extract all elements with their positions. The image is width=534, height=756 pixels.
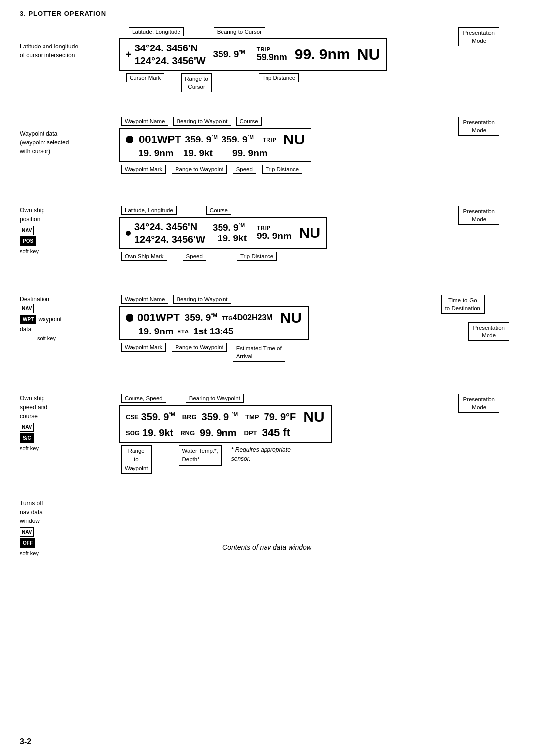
cse-label-5: CSE	[126, 413, 139, 421]
bearing-val-4: 359. 9°M	[185, 312, 217, 323]
coord-line1-1: 34°24. 3456'N	[135, 42, 206, 54]
nu-label-2: NU	[283, 131, 305, 148]
cse-val-5: 359. 9°M	[141, 411, 175, 423]
left-label-1: Latitude and longitudeof cursor intersec…	[20, 42, 116, 60]
ann-range-cursor-1: Range toCursor	[181, 73, 212, 92]
ann-range-wpt-4: Range to Waypoint	[172, 343, 226, 352]
ann-own-ship-mark-3: Own Ship Mark	[121, 252, 167, 261]
ann-trip-dist-3: Trip Distance	[237, 252, 277, 261]
wpt-num-2: 001WPT	[139, 133, 181, 146]
pres-mode-2: PresentationMode	[458, 117, 499, 136]
ann-course-2: Course	[236, 117, 262, 126]
nav-label-4: NAV	[20, 304, 34, 313]
nav-label-6: NAV	[20, 527, 34, 537]
page-header: 3. PLOTTER OPERATION	[20, 10, 514, 17]
bearing-val-2: 359. 9°M	[185, 134, 218, 145]
ann-bearing-wpt-5: Bearing to Waypoint	[186, 394, 244, 403]
wpt-mark-icon-2	[126, 136, 134, 143]
section-nav-off: Turns off nav data window NAV OFF soft k…	[20, 499, 514, 528]
ann-bearing-cursor-1: Bearing to Cursor	[214, 27, 265, 36]
nu-1: 99. 9nm	[295, 46, 350, 63]
ann-range-wpt-2: Range to Waypoint	[172, 165, 226, 174]
left-label-5: Own ship speed and course NAV S/C soft k…	[20, 394, 116, 453]
ann-wpt-name-2: Waypoint Name	[121, 117, 168, 126]
display-box-3: 34°24. 3456'N 124°24. 3456'W 359. 9°M 19…	[119, 217, 327, 249]
coord-line2-3: 124°24. 3456'W	[134, 233, 205, 246]
nu-label-4: NU	[280, 309, 302, 326]
pres-mode-3: PresentationMode	[458, 206, 499, 225]
coord-line2-1: 124°24. 3456'W	[135, 54, 206, 67]
wpt-mark-icon-4	[126, 314, 134, 322]
tmp-val-5: 79. 9°F	[264, 411, 296, 423]
ann-trip-dist-1: Trip Distance	[259, 73, 299, 82]
nav-label-5: NAV	[20, 423, 34, 432]
bearing-val-1: 359. 9°M	[213, 49, 245, 60]
brg-val-5: 359. 9 °M	[202, 411, 238, 423]
ann-lat-lon-3: Latitude, Longitude	[121, 206, 177, 215]
soft-key-6: OFF	[20, 538, 35, 548]
section-ownship-pos: PresentationMode Own ship position NAV P…	[20, 206, 514, 270]
ann-water-temp-5: Water Temp.*,Depth*	[179, 445, 222, 466]
ann-lat-lon-1: Latitude, Longitude	[129, 27, 184, 36]
ann-course-3: Course	[206, 206, 231, 215]
ann-range-wpt-5: RangetoWaypoint	[121, 445, 152, 474]
ann-wpt-mark-4: Waypoint Mark	[121, 343, 166, 352]
ann-course-speed-5: Course, Speed	[121, 394, 166, 403]
page-number: 3-2	[20, 737, 31, 746]
ann-bearing-wpt-4: Bearing to Waypoint	[173, 295, 231, 304]
soft-key-text-3: soft key	[20, 247, 116, 256]
ann-cursor-mark-1: Cursor Mark	[126, 73, 164, 82]
dpt-val-5: 345 ft	[262, 426, 290, 439]
ann-eta-4: Estimated Time ofArrival	[233, 343, 285, 362]
nu-label-5: NU	[303, 408, 324, 425]
sog-val-5: 19. 9kt	[142, 427, 173, 439]
trip-val-2: 99. 9nm	[232, 148, 267, 159]
tmp-label-5: TMP	[245, 413, 259, 421]
trip-val-1: 59.9nm	[257, 52, 287, 63]
ann-wpt-name-4: Waypoint Name	[121, 295, 168, 304]
pres-mode-4: PresentationMode	[468, 322, 509, 341]
rng-label-5: RNG	[180, 429, 195, 437]
pres-mode-5: PresentationMode	[458, 394, 499, 413]
soft-key-text-4: soft key	[37, 334, 116, 343]
ann-speed-2: Speed	[233, 165, 256, 174]
trip-label-1: TRIP	[257, 47, 287, 52]
soft-key-text-5: soft key	[20, 444, 116, 453]
trip-label-2: TRIP	[263, 137, 277, 142]
wpt-num-4: 001WPT	[137, 311, 180, 324]
bullet-3	[126, 231, 131, 236]
range-wpt-4: 19. 9nm	[138, 326, 174, 337]
ann-trip-dist-2: Trip Distance	[262, 165, 302, 174]
sog-label-5: SOG	[126, 429, 140, 437]
dpt-label-5: DPT	[244, 429, 257, 437]
display-box-1: + 34°24. 3456'N 124°24. 3456'W 359. 9°M …	[119, 38, 387, 71]
ann-speed-3: Speed	[183, 252, 206, 261]
left-label-3: Own ship position NAV POS soft key	[20, 206, 116, 256]
display-box-4: 001WPT 359. 9°M TTG4D02H23M NU 19. 9nm E…	[119, 306, 309, 340]
trip-val-3: 99. 9nm	[257, 231, 292, 241]
course-val-3: 359. 9°M	[213, 222, 247, 233]
range-wpt-2: 19. 9nm	[138, 148, 174, 159]
ann-wpt-mark-2: Waypoint Mark	[121, 165, 166, 174]
display-box-5: CSE 359. 9°M BRG 359. 9 °M TMP 79. 9°F N…	[119, 405, 332, 443]
speed-2: 19. 9kt	[183, 148, 213, 159]
brg-label-5: BRG	[182, 413, 197, 421]
ann-bearing-wpt-2: Bearing to Waypoint	[173, 117, 231, 126]
section-cursor: Presentation Mode Latitude and longitude…	[20, 27, 514, 92]
left-label-text-1: Latitude and longitudeof cursor intersec…	[20, 43, 78, 59]
coord-line1-3: 34°24. 3456'N	[134, 220, 205, 233]
eta-val-4: 1st 13:45	[193, 326, 233, 337]
soft-key-text-6: soft key	[20, 549, 116, 558]
ttg-4: TTG4D02H23M	[222, 313, 273, 322]
soft-key-5: S/C	[20, 433, 34, 443]
nu-label-3: NU	[299, 225, 320, 241]
nav-label-3: NAV	[20, 226, 34, 235]
section-dest-wpt: PresentationMode Time-to-Goto Destinatio…	[20, 295, 514, 369]
eta-label-4: ETA	[178, 329, 189, 334]
rng-val-5: 99. 9nm	[200, 427, 236, 439]
soft-key-3: POS	[20, 236, 36, 246]
course-val-2: 359. 9°M	[222, 134, 254, 145]
time-to-go-4: Time-to-Goto Destination	[441, 295, 485, 314]
section-waypoint1: PresentationMode Waypoint data(waypoint …	[20, 117, 514, 181]
left-label-2: Waypoint data(waypoint selectedwith curs…	[20, 129, 116, 156]
